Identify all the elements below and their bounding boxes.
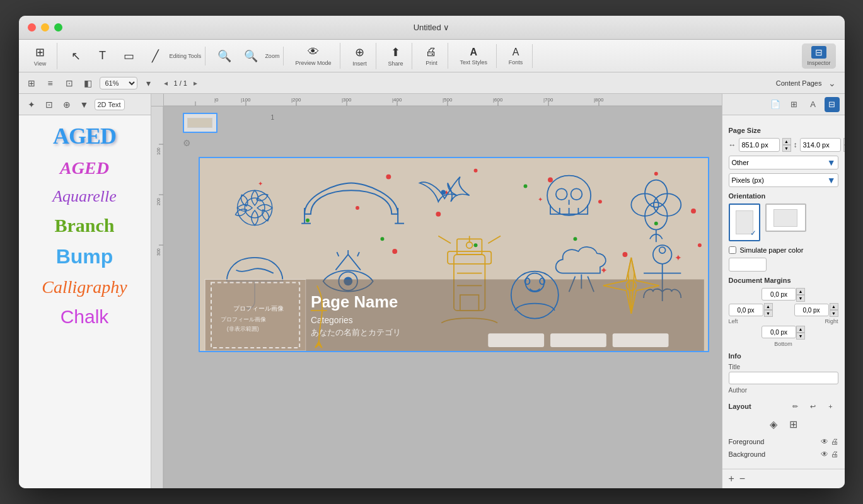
right-label: Right (825, 318, 838, 324)
close-button[interactable] (28, 23, 36, 32)
sidebar-icon4[interactable]: ▼ (77, 97, 92, 112)
preview-mode-button[interactable]: 👁 Preview Mode (290, 43, 336, 69)
height-input[interactable] (800, 138, 841, 152)
fonts-button[interactable]: A Fonts (503, 44, 528, 68)
inspector-button[interactable]: ⊟ Inspector (802, 43, 835, 69)
title-field-input[interactable] (729, 372, 838, 384)
background-label: Background (729, 450, 766, 458)
svg-point-33 (691, 209, 696, 214)
panel-layout-icon[interactable]: ⊞ (787, 97, 802, 112)
margin-top-up[interactable]: ▲ (796, 288, 805, 295)
paper-color-swatch[interactable] (729, 258, 767, 272)
style-item-calligraphy[interactable]: Calligraphy (23, 275, 147, 300)
list-view-btn[interactable]: ≡ (43, 76, 58, 91)
margin-right-up[interactable]: ▲ (830, 303, 838, 310)
grid-view-btn[interactable]: ⊞ (24, 76, 39, 91)
layout-refresh-btn[interactable]: ↩ (806, 399, 821, 414)
zoom-out-button[interactable]: 🔍 (212, 47, 237, 66)
layout-label: Layout (729, 403, 751, 410)
height-down[interactable]: ▼ (843, 145, 845, 152)
canvas-settings-btn[interactable]: ⚙ (183, 138, 191, 148)
canvas-content[interactable]: ⚙ 1 (164, 106, 722, 488)
sidebar-icon3[interactable]: ⊕ (59, 97, 74, 112)
layers-view-btn[interactable]: ◧ (81, 76, 96, 91)
style-item-branch[interactable]: Branch (23, 212, 147, 239)
layout-actions: ✏ ↩ + (788, 399, 838, 414)
svg-point-87 (659, 247, 665, 253)
canvas-area: |0 |100 |200 |300 |400 |500 |600 (151, 94, 722, 488)
style-item-chalk[interactable]: Chalk (23, 304, 147, 330)
width-down[interactable]: ▼ (782, 145, 791, 152)
simulate-paper-checkbox[interactable] (729, 246, 736, 254)
margin-right-down[interactable]: ▼ (830, 310, 838, 317)
style-item-aged-blue[interactable]: AGED (23, 120, 147, 152)
height-up[interactable]: ▲ (843, 138, 845, 145)
size-preset-select[interactable]: Other A4 Letter (729, 156, 838, 169)
background-print-icon[interactable]: 🖨 (831, 450, 838, 459)
share-button[interactable]: ⬆ Share (383, 43, 408, 69)
landscape-orientation[interactable] (765, 203, 806, 232)
margin-bottom-up[interactable]: ▲ (796, 326, 805, 333)
svg-point-32 (598, 200, 602, 203)
panel-add-btn[interactable]: + (729, 473, 734, 484)
line-tool-button[interactable]: ╱ (143, 47, 168, 66)
zoom-dropdown-btn[interactable]: ▾ (141, 76, 156, 91)
print-button[interactable]: 🖨 Print (419, 43, 444, 69)
pages-view-btn[interactable]: ⊡ (62, 76, 77, 91)
foreground-print-icon[interactable]: 🖨 (831, 437, 838, 446)
select-tool-button[interactable]: ↖ (64, 47, 89, 66)
sidebar-icon1[interactable]: ✦ (24, 97, 39, 112)
margin-bottom-down[interactable]: ▼ (796, 333, 805, 340)
sidebar-icon2[interactable]: ⊡ (42, 97, 57, 112)
category-selector[interactable]: 2D Text 3D Text Shapes (95, 99, 125, 110)
margin-top-down[interactable]: ▼ (796, 295, 805, 302)
zoom-in-button[interactable]: 🔍 (238, 47, 264, 66)
tattoo-svg-layer: ✦ ✦ ✦ ✦ ✦ ✦ (200, 158, 708, 351)
svg-text:|700: |700 (543, 97, 553, 103)
svg-text:|500: |500 (443, 97, 453, 103)
width-up[interactable]: ▲ (782, 138, 791, 145)
page-canvas[interactable]: ✦ ✦ ✦ ✦ ✦ ✦ (199, 157, 709, 352)
panel-text-icon[interactable]: A (806, 97, 821, 112)
width-input[interactable] (739, 138, 780, 152)
layout-edit-btn[interactable]: ✏ (788, 399, 803, 414)
layer-stack-icon[interactable]: ◈ (766, 416, 781, 432)
author-field-label: Author (729, 387, 838, 394)
portrait-orientation[interactable]: ✓ (729, 203, 760, 241)
text-styles-button[interactable]: A Text Styles (455, 44, 492, 68)
next-page-btn[interactable]: ▸ (190, 77, 201, 89)
zoom-selector[interactable]: 61% 50% 75% 100% (100, 77, 137, 89)
margin-top-input[interactable] (762, 288, 796, 301)
panel-page-icon[interactable]: 📄 (768, 97, 783, 112)
margin-left-up[interactable]: ▲ (764, 303, 773, 310)
content-pages-dropdown[interactable]: ⌄ (825, 76, 840, 91)
maximize-button[interactable] (54, 23, 62, 32)
prev-page-btn[interactable]: ◂ (160, 77, 171, 89)
layout-add-btn[interactable]: + (823, 399, 838, 414)
margin-right-input[interactable] (794, 304, 829, 316)
margin-bottom-input[interactable] (762, 326, 796, 338)
foreground-visible-icon[interactable]: 👁 (821, 437, 828, 446)
shape-tool-button[interactable]: ▭ (117, 47, 142, 66)
line-icon: ╱ (152, 49, 159, 63)
insert-button[interactable]: ⊕ Insert (347, 43, 372, 69)
inspector-panel: 📄 ⊞ A ⊟ Page Size ↔ ▲ ▼ ↕ (722, 94, 845, 488)
view-button[interactable]: ⊞ View (28, 43, 53, 69)
layer-grid-icon[interactable]: ⊞ (786, 416, 801, 432)
margin-left-down[interactable]: ▼ (764, 310, 773, 317)
minimize-button[interactable] (41, 23, 49, 32)
height-stepper: ▲ ▼ (843, 138, 845, 152)
simulate-paper-row: Simulate paper color (729, 246, 838, 254)
panel-inspector-icon[interactable]: ⊟ (825, 97, 840, 112)
units-select[interactable]: Pixels (px) Inches (in) Millimeters (mm) (729, 173, 838, 187)
style-item-bump[interactable]: Bump (23, 243, 147, 271)
style-list: AGED AGED Aquarelle Branch Bump Calligra… (19, 115, 151, 488)
margin-left-input[interactable] (729, 304, 763, 316)
background-visible-icon[interactable]: 👁 (821, 450, 828, 459)
text-tool-button[interactable]: T (90, 47, 115, 65)
panel-remove-btn[interactable]: − (739, 473, 745, 484)
style-item-aquarelle[interactable]: Aquarelle (23, 185, 147, 209)
svg-text:100: 100 (156, 147, 161, 155)
editing-tools-group: ↖ T ▭ ╱ Editing Tools (60, 47, 206, 66)
style-item-aged-pink[interactable]: AGED (23, 156, 147, 181)
